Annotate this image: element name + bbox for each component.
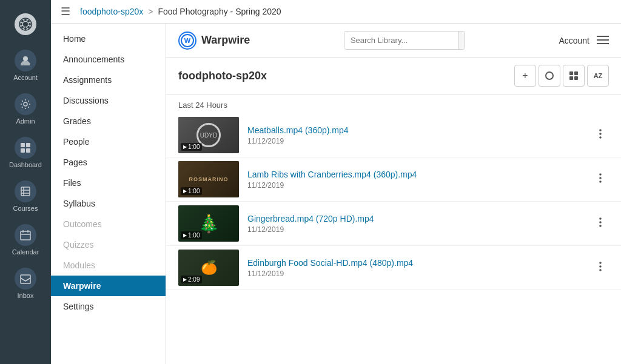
- admin-label: Admin: [16, 117, 35, 125]
- nav-item-grades[interactable]: Grades: [51, 111, 166, 131]
- video-duration-1: ▶ 1:00: [181, 143, 202, 151]
- admin-icon: [15, 93, 36, 115]
- sidebar-item-inbox[interactable]: Inbox: [0, 262, 51, 305]
- sidebar-item-calendar[interactable]: Calendar: [0, 218, 51, 262]
- video-item-2: ROSMARINO ▶ 1:00 Lamb Ribs with Cranberr…: [166, 157, 621, 202]
- video-date-3: 11/12/2019: [247, 225, 583, 234]
- video-more-button-1[interactable]: [592, 125, 609, 145]
- svg-point-10: [23, 56, 28, 61]
- svg-point-47: [599, 265, 602, 268]
- video-info-3: Gingerbread.mp4 (720p HD).mp4 11/12/2019: [247, 214, 583, 234]
- course-nav: Home Announcements Assignments Discussio…: [51, 24, 166, 364]
- calendar-label: Calendar: [12, 248, 39, 256]
- svg-point-40: [599, 173, 602, 176]
- svg-point-7: [27, 20, 30, 22]
- svg-point-45: [599, 225, 602, 227]
- svg-rect-33: [569, 71, 573, 75]
- add-button[interactable]: +: [514, 65, 536, 87]
- library-title: foodphoto-sp20x: [178, 70, 267, 82]
- svg-point-6: [21, 20, 24, 22]
- hamburger-icon[interactable]: ☰: [61, 5, 70, 18]
- svg-point-11: [24, 102, 27, 106]
- nav-item-settings[interactable]: Settings: [51, 296, 166, 317]
- inbox-icon: [15, 268, 36, 290]
- nav-item-outcomes: Outcomes: [51, 214, 166, 234]
- content-body: Home Announcements Assignments Discussio…: [51, 24, 621, 364]
- account-label: Account: [13, 74, 38, 81]
- svg-rect-12: [21, 143, 25, 147]
- warpwire-logo: W Warpwire: [178, 31, 250, 50]
- video-thumbnail-3: 🎄 ▶ 1:00: [178, 205, 239, 242]
- sidebar-item-account[interactable]: Account: [0, 44, 51, 87]
- svg-point-37: [599, 129, 602, 131]
- nav-item-assignments[interactable]: Assignments: [51, 70, 166, 90]
- video-title-4[interactable]: Edinburgh Food Social-HD.mp4 (480p).mp4: [247, 258, 583, 268]
- breadcrumb-course-link[interactable]: foodphoto-sp20x: [80, 7, 143, 16]
- video-info-1: Meatballs.mp4 (360p).mp4 11/12/2019: [247, 125, 583, 145]
- nav-item-files[interactable]: Files: [51, 173, 166, 193]
- video-duration-2: ▶ 1:00: [181, 187, 202, 195]
- svg-rect-16: [21, 187, 30, 196]
- courses-label: Courses: [13, 205, 38, 212]
- sidebar-item-admin[interactable]: Admin: [0, 87, 51, 131]
- svg-point-41: [599, 177, 602, 179]
- nav-item-pages[interactable]: Pages: [51, 152, 166, 173]
- svg-point-48: [599, 269, 602, 271]
- svg-point-9: [27, 26, 30, 28]
- video-thumbnail-1: UDYD ▶ 1:00: [178, 117, 239, 153]
- sidebar-item-courses[interactable]: Courses: [0, 174, 51, 218]
- warpwire-logo-text: Warpwire: [201, 34, 250, 47]
- svg-point-4: [24, 19, 27, 21]
- nav-item-home[interactable]: Home: [51, 28, 166, 49]
- nav-item-announcements[interactable]: Announcements: [51, 49, 166, 70]
- breadcrumb-current: Food Photography - Spring 2020: [158, 7, 281, 16]
- video-more-button-4[interactable]: [592, 258, 609, 278]
- logo-button[interactable]: [0, 7, 51, 44]
- video-title-1[interactable]: Meatballs.mp4 (360p).mp4: [247, 125, 583, 135]
- sort-az-button[interactable]: AZ: [587, 65, 609, 87]
- circle-button[interactable]: [539, 65, 560, 87]
- video-more-button-2[interactable]: [592, 170, 609, 190]
- video-title-2[interactable]: Lamb Ribs with Cranberries.mp4 (360p).mp…: [247, 170, 583, 179]
- search-input[interactable]: [344, 32, 458, 48]
- dashboard-label: Dashboard: [9, 161, 42, 168]
- svg-point-38: [599, 133, 602, 135]
- video-item-4: 🍊 ▶ 2:09 Edinburgh Food Social-HD.mp4 (4…: [166, 246, 621, 290]
- video-duration-4: ▶ 2:09: [181, 276, 202, 283]
- nav-item-warpwire[interactable]: Warpwire: [51, 276, 166, 296]
- dashboard-icon: [15, 137, 36, 159]
- svg-point-39: [599, 136, 602, 139]
- warpwire-logo-icon: W: [178, 31, 196, 50]
- video-info-4: Edinburgh Food Social-HD.mp4 (480p).mp4 …: [247, 258, 583, 278]
- sidebar-item-dashboard[interactable]: Dashboard: [0, 131, 51, 174]
- inbox-label: Inbox: [18, 292, 34, 299]
- search-button[interactable]: [458, 31, 465, 49]
- toolbar-buttons: + AZ: [514, 65, 609, 87]
- svg-point-3: [29, 23, 31, 25]
- video-info-2: Lamb Ribs with Cranberries.mp4 (360p).mp…: [247, 170, 583, 190]
- svg-rect-20: [21, 231, 30, 240]
- video-date-4: 11/12/2019: [247, 270, 583, 278]
- icon-sidebar: Account Admin Dashboard: [0, 0, 51, 364]
- breadcrumb-separator: >: [148, 7, 153, 16]
- svg-point-44: [599, 221, 602, 223]
- video-title-3[interactable]: Gingerbread.mp4 (720p HD).mp4: [247, 214, 583, 223]
- nav-item-discussions[interactable]: Discussions: [51, 90, 166, 111]
- warpwire-right-controls: Account: [559, 33, 609, 47]
- warpwire-toolbar: foodphoto-sp20x +: [166, 58, 621, 94]
- svg-rect-15: [26, 148, 30, 153]
- warpwire-menu-icon[interactable]: [597, 33, 609, 47]
- svg-rect-36: [574, 76, 578, 80]
- courses-icon: [15, 180, 36, 202]
- nav-item-syllabus[interactable]: Syllabus: [51, 193, 166, 214]
- svg-point-46: [599, 262, 602, 264]
- nav-item-people[interactable]: People: [51, 131, 166, 152]
- account-icon: [15, 50, 36, 71]
- grid-button[interactable]: [563, 65, 585, 87]
- nav-item-quizzes: Quizzes: [51, 234, 166, 255]
- warpwire-panel: W Warpwire Account: [166, 24, 621, 364]
- video-duration-3: ▶ 1:00: [181, 231, 202, 239]
- svg-rect-35: [569, 76, 573, 80]
- video-more-button-3[interactable]: [592, 214, 609, 234]
- svg-text:W: W: [184, 37, 191, 44]
